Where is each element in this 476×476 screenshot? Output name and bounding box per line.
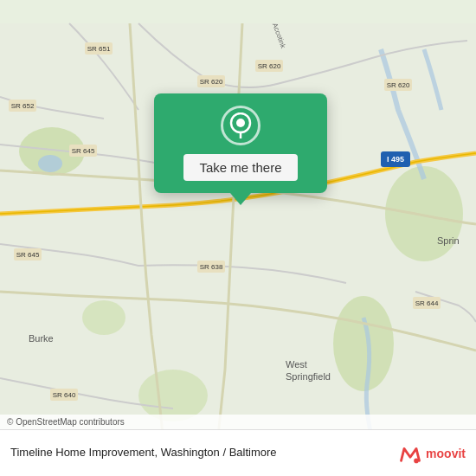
location-icon-circle	[221, 106, 261, 145]
svg-text:SR 651: SR 651	[87, 45, 111, 53]
attribution-text: © OpenStreetMap contributors	[7, 417, 125, 427]
moovit-text: moovit	[426, 447, 466, 460]
location-name: Timeline Home Improvement, Washington / …	[10, 446, 277, 459]
location-info-text: Timeline Home Improvement, Washington / …	[10, 445, 277, 460]
svg-text:West: West	[286, 359, 307, 370]
attribution-bar: © OpenStreetMap contributors	[0, 415, 476, 429]
moovit-logo: moovit	[398, 441, 466, 466]
location-pin-icon	[229, 113, 252, 138]
map-svg: I 495 SR 651 SR 652 SR 620 SR 620 SR 620…	[0, 0, 476, 476]
popup-card: Take me there	[154, 93, 327, 193]
take-me-there-button[interactable]: Take me there	[183, 154, 297, 181]
svg-text:I 495: I 495	[387, 155, 404, 164]
info-bar: Timeline Home Improvement, Washington / …	[0, 429, 476, 476]
svg-text:SR 652: SR 652	[11, 102, 35, 110]
svg-text:SR 640: SR 640	[53, 391, 76, 399]
svg-text:SR 620: SR 620	[258, 62, 281, 70]
svg-point-6	[38, 155, 62, 172]
svg-point-4	[138, 370, 208, 421]
map-container: I 495 SR 651 SR 652 SR 620 SR 620 SR 620…	[0, 0, 476, 476]
svg-point-5	[82, 300, 125, 335]
svg-text:SR 645: SR 645	[72, 147, 95, 155]
moovit-icon	[398, 441, 422, 466]
svg-point-3	[333, 296, 394, 391]
svg-text:SR 645: SR 645	[16, 251, 40, 259]
svg-text:SR 638: SR 638	[200, 263, 223, 271]
svg-point-2	[385, 166, 463, 261]
svg-text:SR 644: SR 644	[415, 299, 439, 307]
svg-text:Springfield: Springfield	[286, 371, 331, 382]
svg-text:SR 620: SR 620	[200, 78, 223, 86]
svg-text:Burke: Burke	[29, 333, 54, 344]
svg-point-37	[414, 458, 419, 463]
svg-text:SR 620: SR 620	[387, 81, 410, 89]
svg-text:Sprin: Sprin	[437, 235, 460, 246]
svg-point-35	[236, 119, 245, 127]
